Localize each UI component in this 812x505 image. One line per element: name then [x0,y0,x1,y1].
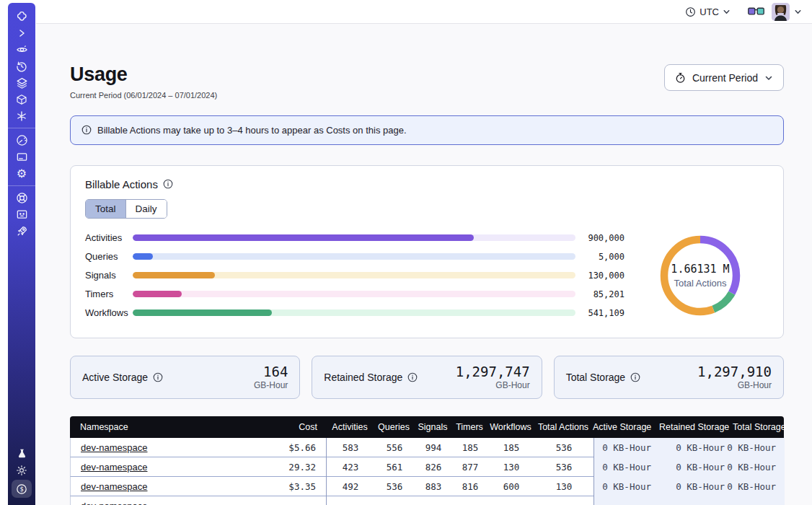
total-storage-unit: GB-Hour [697,380,772,390]
cell-total-storage: 0 KB-Hour [733,438,785,457]
column-header: Activities [326,422,374,432]
billable-tabs: Total Daily [85,199,167,219]
bar-value: 130,000 [581,271,625,281]
namespace-link[interactable]: dev-namespace [81,442,148,453]
total-storage-value: 1,297,910 [697,364,772,379]
temporal-logo-icon[interactable] [8,8,35,25]
column-header: Queries [374,422,414,432]
column-header: Total Storage [733,422,784,432]
cell-active-storage: 0 KB-Hour [593,477,660,496]
tab-daily[interactable]: Daily [125,200,167,218]
cell-namespace: dev-namespace [71,496,251,505]
billable-actions-title: Billable Actions [85,178,158,190]
settings-gear-icon[interactable]: ⚙ [8,165,35,182]
cell-active-storage: 0 KB-Hour [593,438,660,457]
cell-active-storage [593,496,660,505]
donut-svg [657,232,743,319]
info-banner: Billable Actions may take up to 3–4 hour… [70,115,784,145]
column-header: Total Actions [534,422,593,432]
column-header: Cost [250,422,326,432]
table-row: dev-namespace$5.665835569941851855360 KB… [70,438,784,457]
cell-signals: 994 [415,438,452,457]
rocket-icon[interactable] [8,223,35,240]
bar-value: 900,000 [581,233,625,243]
banner-text: Billable Actions may take up to 3–4 hour… [97,125,407,136]
console-icon[interactable] [8,206,35,223]
bar-track [133,234,575,241]
cell-signals: 883 [415,477,452,496]
retained-storage-card: Retained Storage 1,297,747 GB-Hour [312,356,542,399]
cell-retained-storage: 0 KB-Hour [660,457,733,477]
bar-value: 5,000 [581,252,625,262]
cell-workflows [488,496,534,505]
bar-track [133,253,575,260]
info-icon[interactable] [407,372,418,382]
cell-timers: 185 [452,438,488,457]
theme-sun-icon[interactable] [8,462,35,478]
bar-row: Timers85,201 [85,289,625,299]
cell-cost: $5.66 [251,438,327,457]
namespace-link[interactable]: dev-namespace [81,481,148,492]
storage-cards: Active Storage 164 GB-Hour Retained Stor… [70,356,784,399]
account-menu[interactable] [772,3,802,21]
info-icon[interactable] [163,179,173,189]
timezone-label: UTC [700,6,719,17]
svg-text:$: $ [19,486,23,493]
column-header: Timers [451,422,487,432]
bar-fill [133,272,215,278]
cell-activities [327,496,374,505]
column-header: Signals [414,422,451,432]
cell-cost: 29.32 [251,457,327,477]
support-lifebuoy-icon[interactable] [8,190,35,206]
cell-total-actions: 536 [534,438,593,457]
column-header: Retained Storage [659,422,733,432]
tab-total[interactable]: Total [86,200,125,218]
retained-storage-label: Retained Storage [324,372,402,383]
table-row: dev-namespace [70,496,784,505]
bar-row: Signals130,000 [85,271,625,280]
table-header: NamespaceCostActivitiesQueriesSignalsTim… [70,416,784,438]
eye-icon[interactable] [8,41,35,58]
column-header: Active Storage [593,422,659,432]
cell-retained-storage: 0 KB-Hour [660,438,733,457]
cell-activities: 423 [327,457,374,477]
chevron-down-icon [723,8,731,16]
bar-row: Workflows541,109 [85,308,625,317]
cell-signals [415,496,452,505]
billing-card-icon[interactable] [8,149,35,165]
sidebar-divider [8,128,35,128]
history-icon[interactable] [8,58,35,74]
content: Usage Current Period (06/01/2024 – 07/01… [36,24,812,505]
info-icon[interactable] [153,372,163,382]
period-selector-button[interactable]: Current Period [664,64,784,91]
cell-cost [251,496,327,505]
cell-active-storage: 0 KB-Hour [593,457,660,477]
table-row: dev-namespace$3.354925368838166001300 KB… [70,477,784,496]
namespace-link[interactable]: dev-namespace [81,462,148,473]
expand-chevron-icon[interactable] [8,25,35,41]
column-header: Workflows [487,422,534,432]
gauge-icon[interactable] [8,132,35,149]
cell-signals: 826 [415,457,452,477]
period-button-label: Current Period [692,72,758,84]
sidebar: ⚙ $ [8,3,35,505]
cell-workflows: 185 [488,438,534,457]
lab-flask-icon[interactable] [8,445,35,462]
namespace-link[interactable]: dev-namespace [81,501,148,505]
cube-icon[interactable] [8,91,35,107]
info-icon[interactable] [630,372,640,382]
cell-total-actions: 130 [534,477,593,496]
cell-activities: 583 [327,438,374,457]
bar-track [133,291,575,297]
layers-icon[interactable] [8,74,35,91]
bar-fill [133,234,474,241]
active-storage-label: Active Storage [82,372,148,383]
cell-workflows: 130 [488,457,534,477]
bar-label: Signals [85,270,133,281]
asterisk-icon[interactable] [8,107,35,124]
timezone-selector[interactable]: UTC [685,6,731,17]
glasses-icon[interactable] [748,6,764,17]
bar-value: 541,109 [581,308,625,318]
usage-dollar-icon[interactable]: $ [12,480,32,498]
chevron-down-icon [794,8,802,16]
